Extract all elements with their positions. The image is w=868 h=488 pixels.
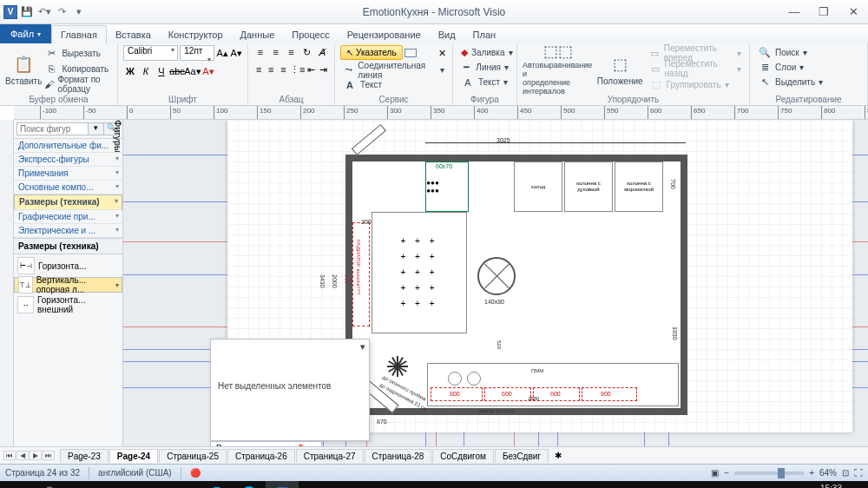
grow-font-button[interactable]: A▴	[216, 46, 228, 60]
zoom-out-button[interactable]: −	[724, 468, 729, 478]
stencil-item[interactable]: ⊤⊥Вертикаль... опорная л...	[14, 277, 122, 293]
explorer-button[interactable]: 📁	[134, 481, 167, 488]
shape-text-button[interactable]: AТекст▾	[458, 75, 511, 89]
text-tool-button[interactable]: AТекст	[340, 77, 447, 92]
oven-column[interactable]: колонна с духовкой	[564, 162, 613, 212]
page-indicator[interactable]: Страница 24 из 32	[5, 468, 80, 478]
shrink-font-button[interactable]: A▾	[230, 46, 242, 60]
page-tab[interactable]: СоСдвигом	[432, 449, 494, 463]
font-case-button[interactable]: Aa▾	[186, 64, 200, 78]
panel-close-button[interactable]: ✕	[309, 444, 316, 446]
category-item[interactable]: Размеры (техника)	[14, 195, 122, 210]
indent-dec-button[interactable]: ⇤	[306, 63, 317, 76]
fridge-cabinet[interactable]: холод	[514, 162, 562, 212]
tab-insert[interactable]: Вставка	[107, 26, 160, 43]
macro-record-button[interactable]: 🔴	[190, 468, 201, 478]
qat-customize[interactable]: ▾	[71, 4, 87, 20]
radiator[interactable]	[352, 222, 370, 326]
pointer-tool-button[interactable]: ↖Указатель	[340, 45, 403, 60]
tab-home[interactable]: Главная	[51, 25, 107, 43]
page-tab[interactable]: Страница-25	[159, 449, 227, 463]
tab-process[interactable]: Процесс	[283, 26, 338, 43]
cut-button[interactable]: ✂Вырезать	[42, 46, 112, 61]
first-page-button[interactable]: ⏮	[3, 451, 16, 460]
align-left-button[interactable]: ≡	[253, 63, 264, 76]
group-button[interactable]: ⬚Группировать▾	[647, 77, 744, 92]
island[interactable]: + + ++ + ++ + ++ + ++ + +	[372, 212, 467, 333]
category-item[interactable]: Экспресс-фигуры	[14, 153, 122, 167]
skype-button[interactable]: S	[233, 481, 266, 488]
align-top-button[interactable]: ≡	[253, 45, 267, 59]
position-button[interactable]: ⬚ Положение	[597, 45, 643, 92]
table[interactable]	[477, 257, 516, 295]
minimize-button[interactable]: —	[783, 5, 806, 18]
line-button[interactable]: ━Линия▾	[458, 60, 511, 75]
fullscreen-button[interactable]: ⛶	[854, 468, 863, 478]
zoom-in-button[interactable]: +	[809, 468, 814, 478]
bold-button[interactable]: Ж	[123, 64, 137, 78]
category-item[interactable]: Дополнительные фи...	[14, 139, 122, 153]
save-button[interactable]: 💾	[19, 4, 35, 20]
align-middle-button[interactable]: ≡	[269, 45, 283, 59]
language-indicator[interactable]: английский (США)	[98, 468, 172, 478]
zoom-level[interactable]: 64%	[819, 468, 837, 478]
edge-button[interactable]: e	[101, 481, 134, 488]
tab-plan[interactable]: План	[464, 26, 505, 43]
align-right-button[interactable]: ≡	[278, 63, 288, 76]
bullets-button[interactable]: ⋮≡	[291, 63, 305, 76]
page-tab[interactable]: Страница-27	[296, 449, 364, 463]
floor-drain[interactable]	[387, 356, 408, 377]
redo-button[interactable]: ↷	[54, 4, 69, 20]
page-tab[interactable]: БезСдвиг	[495, 449, 549, 463]
file-tab[interactable]: Файл	[0, 24, 51, 43]
freezer-column[interactable]: колонна с мороиилкой	[615, 162, 663, 212]
floor-plan[interactable]: 3025 ●●●●●● 60x70 холод колонна с духовк…	[323, 135, 696, 427]
tab-review[interactable]: Рецензирование	[339, 26, 430, 43]
task-view-button[interactable]: ▭▭	[68, 481, 101, 488]
start-button[interactable]: ⊞	[2, 481, 35, 488]
italic-button[interactable]: К	[139, 64, 153, 78]
next-page-button[interactable]: ▶	[30, 451, 42, 460]
send-back-button[interactable]: ▭Переместить назад▾	[647, 62, 744, 76]
fill-button[interactable]: ◆Заливка▾	[458, 45, 511, 60]
indent-inc-button[interactable]: ⇥	[319, 63, 329, 76]
search-dropdown-button[interactable]: ▾	[89, 122, 104, 135]
stencil-item[interactable]: ⊢⊣Горизонта...	[14, 254, 122, 277]
find-button[interactable]: 🔍Поиск▾	[755, 45, 862, 60]
new-page-button[interactable]: ✱	[549, 451, 567, 460]
bring-forward-button[interactable]: ▭Переместить вперед▾	[647, 46, 744, 61]
connector-tool-button[interactable]: ⤳Соединительная линия▾	[340, 63, 447, 77]
page-tab[interactable]: Страница-28	[365, 449, 432, 463]
layers-button[interactable]: ≣Слои▾	[755, 60, 862, 75]
category-item[interactable]: Электрические и ...	[14, 224, 122, 238]
zoom-slider[interactable]	[734, 472, 804, 475]
align-bottom-button[interactable]: ≡	[285, 45, 299, 59]
font-color-button[interactable]: A▾	[201, 64, 215, 78]
size-position-footer[interactable]: Размер и полож... 📌 ✕	[210, 441, 322, 446]
panel-close-button[interactable]: ▾	[360, 341, 365, 353]
search-input[interactable]	[16, 122, 89, 135]
select-button[interactable]: ↖Выделить▾	[755, 75, 862, 89]
delete-tool-button[interactable]: ✕	[435, 46, 449, 60]
format-painter-button[interactable]: 🖌Формат по образцу	[42, 77, 112, 92]
prev-page-button[interactable]: ◀	[16, 451, 29, 460]
copy-button[interactable]: ⎘Копировать	[42, 62, 112, 76]
underline-button[interactable]: Ч	[155, 64, 168, 78]
sink-bowl[interactable]	[448, 372, 462, 386]
visio-app-icon[interactable]: V	[3, 5, 17, 19]
search-button[interactable]: 🔍	[35, 481, 68, 488]
panel-pin-button[interactable]: 📌	[293, 444, 304, 446]
fit-page-button[interactable]: ⊡	[842, 468, 849, 478]
page-tab[interactable]: Страница-26	[227, 449, 295, 463]
clear-format-button[interactable]: A̸	[315, 45, 329, 59]
chrome-button[interactable]: 🌐	[200, 481, 233, 488]
font-family-select[interactable]: Calibri	[123, 45, 178, 61]
drawing-canvas[interactable]: 3025 ●●●●●● 60x70 холод колонна с духовк…	[123, 120, 868, 446]
rect-tool-button[interactable]	[404, 49, 417, 57]
clock[interactable]: 15:33 21/11/2018	[799, 484, 842, 488]
view-fullscreen-button[interactable]: ▣	[711, 468, 719, 478]
orientation-button[interactable]: ↻	[299, 45, 313, 59]
close-button[interactable]: ✕	[842, 5, 865, 18]
align-center-button[interactable]: ≡	[266, 63, 276, 76]
paste-button[interactable]: 📋 Вставить	[5, 45, 42, 92]
